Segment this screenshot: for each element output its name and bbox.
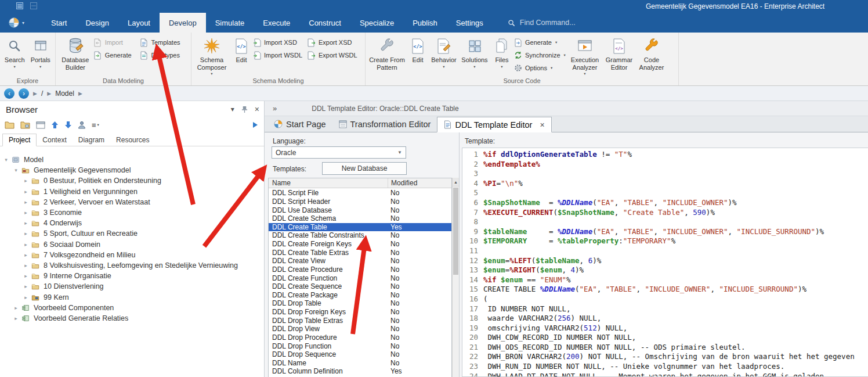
quick-access-icon[interactable] [30, 2, 37, 9]
template-list-scrollbar[interactable]: ▲ [452, 178, 459, 377]
expand-icon[interactable]: ▸ [22, 283, 30, 289]
panel-menu-caret-icon[interactable]: ▾ [231, 105, 234, 113]
browser-tab-resources[interactable]: Resources [110, 134, 155, 146]
collapse-icon[interactable]: ▾ [2, 157, 10, 163]
tree-item[interactable]: ▸99 Kern [0, 292, 264, 302]
import-wsdl-button[interactable]: Import WSDL [252, 51, 307, 60]
template-row[interactable]: DDL Script HeaderNo [269, 198, 451, 206]
tree-item[interactable]: ▸Voorbeeld Generatie Relaties [0, 313, 264, 324]
column-header-modified[interactable]: Modified [388, 178, 451, 188]
tree-item[interactable]: ▸2 Verkeer, Vervoer en Waterstaat [0, 197, 264, 207]
template-row[interactable]: DDL NameNo [269, 359, 451, 368]
files-button[interactable]: Files ▾ [490, 34, 513, 69]
solutions-button[interactable]: Solutions ▾ [459, 34, 490, 69]
tree-item[interactable]: ▾Gemeentelijk Gegevensmodel [0, 165, 264, 175]
app-logo-button[interactable]: ▾ [8, 13, 32, 33]
datatypes-button[interactable]: Datatypes [139, 51, 189, 60]
expand-icon[interactable]: ▸ [22, 242, 30, 247]
create-from-pattern-button[interactable]: Create From Pattern [367, 34, 407, 71]
pin-icon[interactable] [241, 106, 248, 113]
tree-item[interactable]: ▸10 Dienstverlening [0, 281, 264, 292]
tree-item[interactable]: ▸7 Volksgezondheid en Milieu [0, 250, 264, 260]
new-database-button[interactable]: New Database [322, 162, 407, 175]
expand-icon[interactable]: ▸ [22, 295, 30, 300]
scroll-up-icon[interactable]: ▲ [453, 178, 459, 186]
expand-icon[interactable]: ▸ [22, 263, 30, 268]
language-select[interactable]: Oracle ▼ [272, 146, 406, 159]
tab-ddl-template-editor[interactable]: DDL Template Editor × [437, 117, 551, 132]
execution-analyzer-button[interactable]: Execution Analyzer ▾ [567, 34, 603, 76]
expand-icon[interactable]: ▸ [22, 210, 30, 216]
template-row[interactable]: DDL Drop TableNo [269, 299, 451, 308]
expand-icon[interactable]: ▸ [22, 220, 30, 226]
template-row[interactable]: DDL Drop SequenceNo [269, 350, 451, 359]
tree-item[interactable]: ▸6 Sociaal Domein [0, 239, 264, 250]
code-analyzer-button[interactable]: Code Analyzer [635, 34, 668, 71]
template-row[interactable]: DDL Create PackageNo [269, 291, 451, 300]
template-row[interactable]: DDL Drop ProcedureNo [269, 333, 451, 342]
breadcrumb-model[interactable]: Model [55, 89, 74, 98]
code-edit-button[interactable]: </> Edit [407, 34, 429, 64]
grammar-editor-button[interactable]: </> Grammar Editor [603, 34, 635, 71]
expand-icon[interactable]: ▸ [22, 189, 30, 195]
tree-item[interactable]: ▸1 Veiligheid en Vergunningen [0, 186, 264, 197]
template-row[interactable]: DDL Use DatabaseNo [269, 206, 451, 214]
chevrons-right-icon[interactable]: » [273, 104, 277, 113]
expand-icon[interactable]: ▸ [22, 178, 30, 184]
expand-icon[interactable]: ▸ [22, 273, 30, 279]
browser-tab-project[interactable]: Project [2, 134, 37, 146]
behavior-button[interactable]: Behavior ▾ [429, 34, 459, 69]
ribbon-tab-specialize[interactable]: Specialize [350, 13, 403, 33]
hamburger-menu-icon[interactable]: ≡▾ [92, 121, 99, 130]
ribbon-tab-start[interactable]: Start [42, 13, 76, 33]
template-code-editor[interactable]: 1%if ddlOptionGenerateTable != "T"%2%end… [462, 148, 868, 377]
tree-item[interactable]: ▸4 Onderwijs [0, 218, 264, 228]
expand-icon[interactable]: ▸ [12, 305, 20, 311]
tree-item[interactable]: ▸3 Economie [0, 207, 264, 218]
tree-item[interactable]: ▸9 Interne Organisatie [0, 271, 264, 281]
forward-button[interactable]: › [19, 88, 29, 99]
close-icon[interactable]: × [255, 105, 259, 114]
search-button[interactable]: Search ▾ [2, 34, 28, 69]
tree-item[interactable]: ▸0 Bestuur, Politiek en Ondersteuning [0, 175, 264, 186]
ribbon-tab-execute[interactable]: Execute [254, 13, 299, 33]
template-row[interactable]: DDL Script FileNo [269, 189, 451, 198]
template-row[interactable]: DDL Create Table ExtrasNo [269, 248, 451, 257]
scrollbar-thumb[interactable] [453, 188, 458, 275]
new-element-icon[interactable] [36, 121, 45, 129]
new-diagram-icon[interactable] [20, 121, 30, 129]
ribbon-tab-layout[interactable]: Layout [118, 13, 160, 33]
ribbon-tab-construct[interactable]: Construct [299, 13, 350, 33]
import-xsd-button[interactable]: Import XSD [252, 38, 307, 47]
move-up-icon[interactable] [51, 121, 59, 129]
template-row[interactable]: DDL Drop Table ExtrasNo [269, 316, 451, 325]
synchronize-button[interactable]: Synchronize ▾ [513, 51, 567, 60]
generate-code-button[interactable]: Generate ▾ [513, 38, 567, 47]
tree-item[interactable]: ▸8 Volkshuisvesting, Leefomgeving en Ste… [0, 260, 264, 271]
new-package-icon[interactable] [5, 121, 15, 129]
template-row[interactable]: DDL Create ProcedureNo [269, 265, 451, 274]
export-wsdl-button[interactable]: Export WSDL [307, 51, 361, 60]
expand-icon[interactable]: ▸ [22, 199, 30, 205]
user-icon[interactable] [78, 121, 86, 129]
template-row[interactable]: DDL Create SchemaNo [269, 214, 451, 223]
window-menu-icon[interactable] [16, 2, 23, 9]
tree-item[interactable]: ▸5 Sport, Cultuur en Recreatie [0, 228, 264, 239]
import-button[interactable]: Import [93, 38, 140, 47]
template-row[interactable]: DDL Create Foreign KeysNo [269, 240, 451, 249]
browser-tab-diagram[interactable]: Diagram [73, 134, 110, 146]
schema-composer-button[interactable]: Schema Composer ▾ [193, 34, 230, 76]
portals-button[interactable]: Portals ▾ [28, 34, 54, 69]
ribbon-tab-design[interactable]: Design [76, 13, 118, 33]
column-header-name[interactable]: Name [269, 179, 388, 187]
generate-ddl-button[interactable]: Generate [93, 51, 140, 60]
template-row[interactable]: DDL Create ViewNo [269, 257, 451, 265]
back-button[interactable]: ‹ [4, 88, 15, 99]
tree-item[interactable]: ▾Model [0, 155, 264, 165]
browser-tab-context[interactable]: Context [37, 134, 72, 146]
template-row[interactable]: DDL Column DefinitionYes [269, 367, 451, 376]
ribbon-tab-publish[interactable]: Publish [403, 13, 447, 33]
breadcrumb-root[interactable]: / [41, 89, 43, 98]
tab-start-page[interactable]: Start Page [267, 116, 332, 132]
tab-transformation-editor[interactable]: Transformation Editor [332, 116, 437, 132]
